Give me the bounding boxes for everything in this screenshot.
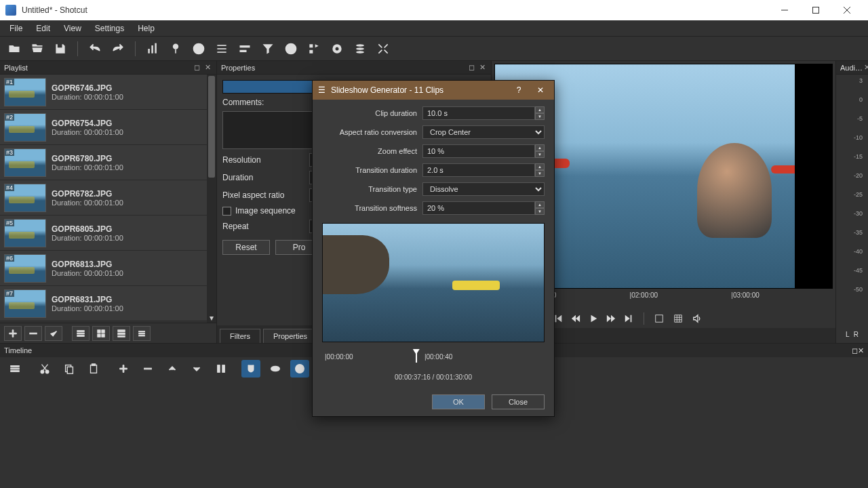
svg-rect-44	[92, 364, 95, 366]
transition-duration-input[interactable]	[422, 163, 535, 177]
scroll-down-icon[interactable]: ▾	[207, 313, 216, 323]
panel-close-icon[interactable]: ✕	[477, 63, 487, 73]
zoom-fit-icon[interactable]	[652, 312, 666, 325]
panel-close-icon[interactable]: ✕	[203, 63, 212, 73]
dialog-close-icon[interactable]: ✕	[532, 82, 549, 98]
playlist-icon[interactable]	[213, 40, 231, 58]
fullscreen-icon[interactable]	[374, 40, 392, 58]
remove-icon[interactable]	[138, 360, 157, 378]
reset-button[interactable]: Reset	[222, 240, 270, 255]
skip-next-icon[interactable]	[622, 312, 635, 325]
export-icon[interactable]	[328, 40, 346, 58]
cut-icon[interactable]	[35, 360, 54, 378]
playlist-scrollbar[interactable]: ▴ ▾	[207, 75, 216, 323]
clip-duration-input[interactable]	[422, 106, 535, 120]
maximize-button[interactable]	[800, 0, 831, 20]
properties-icon[interactable]	[167, 40, 184, 58]
panel-float-icon[interactable]: ◻	[192, 63, 201, 73]
playlist-item[interactable]: #3GOPR6780.JPGDuration: 00:00:01:00	[0, 145, 207, 180]
playhead-icon[interactable]	[416, 352, 417, 363]
ripple-icon[interactable]	[290, 360, 309, 378]
timeline-icon[interactable]	[236, 40, 254, 58]
audio-scale: 30-5 -10-15-20 -25-30-35 -40-45-50	[837, 77, 867, 293]
panel-float-icon[interactable]: ◻	[467, 63, 476, 73]
play-icon[interactable]	[587, 312, 600, 325]
tl-menu-icon[interactable]	[5, 360, 24, 378]
append-icon[interactable]	[114, 360, 133, 378]
zoom-input[interactable]	[422, 144, 535, 158]
ok-button[interactable]: OK	[432, 394, 485, 409]
playlist-add-button[interactable]	[4, 326, 22, 341]
svg-rect-25	[98, 329, 100, 332]
scrollbar-thumb[interactable]	[208, 76, 215, 178]
history-icon[interactable]	[305, 40, 323, 58]
spin-down-icon[interactable]: ▼	[535, 208, 545, 215]
transition-type-select[interactable]: Dissolve	[422, 182, 545, 196]
menu-file[interactable]: File	[3, 22, 29, 35]
undo-icon[interactable]	[86, 40, 104, 58]
playlist-item[interactable]: #7GOPR6831.JPGDuration: 00:00:01:00	[0, 286, 207, 321]
help-icon[interactable]: ?	[511, 82, 527, 98]
redo-icon[interactable]	[109, 40, 127, 58]
spin-down-icon[interactable]: ▼	[535, 170, 545, 177]
filters-icon[interactable]	[259, 40, 277, 58]
transition-softness-input[interactable]	[422, 201, 535, 215]
playlist-list[interactable]: #1GOPR6746.JPGDuration: 00:00:01:00 #2GO…	[0, 75, 207, 323]
playlist-item[interactable]: #2GOPR6754.JPGDuration: 00:00:01:00	[0, 110, 207, 145]
peak-meter-icon[interactable]	[144, 40, 161, 58]
audio-title: Audi…	[840, 64, 863, 72]
minimize-button[interactable]	[769, 0, 800, 20]
svg-rect-12	[217, 52, 226, 53]
panel-float-icon[interactable]: ◻	[852, 346, 858, 355]
close-button[interactable]	[831, 0, 863, 20]
paste-icon[interactable]	[84, 360, 103, 378]
save-icon[interactable]	[52, 40, 69, 58]
dialog-timeline[interactable]: |00:00:00 |00:00:40	[322, 352, 545, 368]
playlist-item[interactable]: #5GOPR6805.JPGDuration: 00:00:01:00	[0, 216, 207, 251]
playlist-item[interactable]: #4GOPR6782.JPGDuration: 00:00:01:00	[0, 180, 207, 216]
close-button[interactable]: Close	[492, 394, 545, 409]
playlist-item[interactable]: #6GOPR6813.JPGDuration: 00:00:01:00	[0, 251, 207, 286]
menu-settings[interactable]: Settings	[88, 22, 131, 35]
playlist-item[interactable]: #1GOPR6746.JPGDuration: 00:00:01:00	[0, 75, 207, 110]
view-detailed-icon[interactable]	[72, 326, 90, 341]
spin-up-icon[interactable]: ▲	[535, 163, 545, 170]
jobs-icon[interactable]	[351, 40, 369, 58]
spin-up-icon[interactable]: ▲	[535, 144, 545, 151]
spin-up-icon[interactable]: ▲	[535, 106, 545, 113]
rewind-icon[interactable]	[569, 312, 583, 325]
svg-rect-23	[77, 333, 85, 334]
lift-icon[interactable]	[163, 360, 182, 378]
keyframes-icon[interactable]	[282, 40, 300, 58]
spin-down-icon[interactable]: ▼	[535, 113, 545, 120]
view-icons-icon[interactable]	[113, 326, 130, 341]
open-other-icon[interactable]	[28, 40, 46, 58]
spin-up-icon[interactable]: ▲	[535, 201, 545, 208]
overwrite-icon[interactable]	[187, 360, 206, 378]
panel-close-icon[interactable]: ✕	[864, 63, 868, 73]
image-seq-checkbox[interactable]	[222, 207, 231, 216]
spin-down-icon[interactable]: ▼	[535, 151, 545, 158]
playlist-remove-button[interactable]	[24, 326, 42, 341]
fastfwd-icon[interactable]	[604, 312, 618, 325]
view-tiles-icon[interactable]	[92, 326, 110, 341]
tab-properties[interactable]: Properties	[263, 329, 317, 343]
snap-icon[interactable]	[241, 360, 260, 378]
grid-icon[interactable]	[671, 312, 685, 325]
aspect-select[interactable]: Crop Center	[422, 125, 545, 139]
tab-filters[interactable]: Filters	[220, 329, 260, 343]
playlist-title: Playlist	[4, 64, 28, 72]
panel-close-icon[interactable]: ✕	[858, 346, 864, 355]
copy-icon[interactable]	[60, 360, 79, 378]
volume-icon[interactable]	[690, 312, 704, 325]
menu-view[interactable]: View	[57, 22, 88, 35]
scrub-icon[interactable]	[266, 360, 285, 378]
recent-icon[interactable]	[190, 40, 208, 58]
menu-help[interactable]: Help	[131, 22, 161, 35]
open-file-icon[interactable]	[5, 40, 23, 58]
playlist-update-button[interactable]	[45, 326, 62, 341]
menu-edit[interactable]: Edit	[29, 22, 57, 35]
playlist-menu-icon[interactable]	[133, 326, 151, 341]
svg-rect-22	[77, 330, 85, 331]
split-icon[interactable]	[212, 360, 231, 378]
